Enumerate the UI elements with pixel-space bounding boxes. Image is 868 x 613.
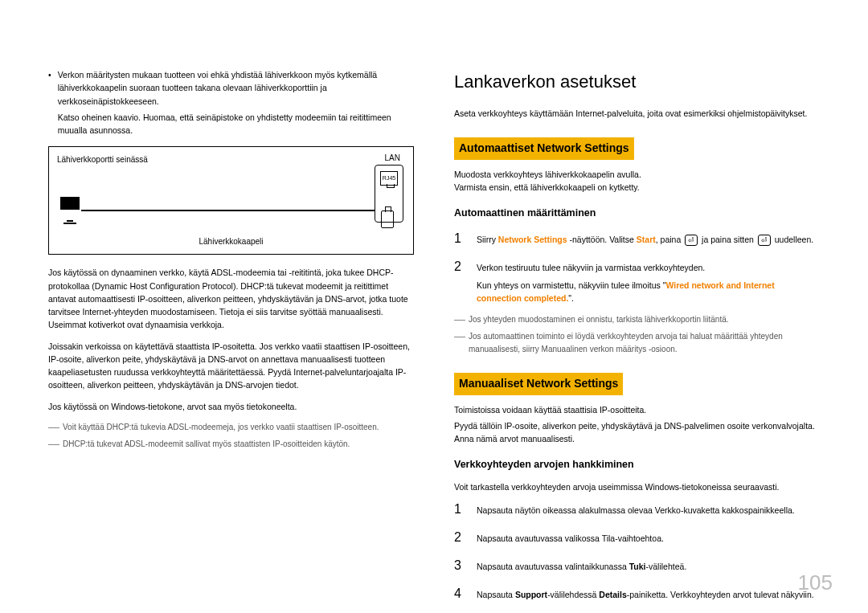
paragraph: Jos käytössä on Windows-tietokone, arvot… bbox=[48, 400, 414, 413]
paragraph: Muodosta verkkoyhteys lähiverkkokaapelin… bbox=[454, 168, 820, 181]
subheading: Verkkoyhteyden arvojen hankkiminen bbox=[454, 457, 820, 472]
cable-label: Lähiverkkokaapeli bbox=[199, 235, 263, 248]
paragraph: Pyydä tällöin IP-osoite, aliverkon peite… bbox=[454, 419, 820, 446]
page-title: Lankaverkon asetukset bbox=[454, 68, 820, 96]
numbered-step: 1 Siirry Network Settings -näyttöön. Val… bbox=[454, 229, 820, 249]
paragraph: Toimistoissa voidaan käyttää staattisia … bbox=[454, 403, 820, 416]
note-item: ― Jos yhteyden muodostaminen ei onnistu,… bbox=[454, 313, 820, 326]
step-body: Napsauta Support-välilehdessä Details-pa… bbox=[477, 588, 820, 601]
bullet-text: Verkon määritysten mukaan tuotteen voi e… bbox=[58, 68, 414, 108]
paragraph: Varmista ensin, että lähiverkkokaapeli o… bbox=[454, 181, 820, 194]
ui-term: Tuki bbox=[629, 562, 646, 571]
bullet-dot: • bbox=[48, 68, 51, 137]
dash-icon: ― bbox=[48, 421, 58, 434]
section-heading-manual: Manuaaliset Network Settings bbox=[454, 373, 623, 395]
step-number: 1 bbox=[454, 500, 465, 520]
left-column: • Verkon määritysten mukaan tuotteen voi… bbox=[48, 68, 414, 611]
step-number: 2 bbox=[454, 257, 465, 277]
page-number: 105 bbox=[798, 566, 833, 599]
step-body: Verkon testiruutu tulee näkyviin ja varm… bbox=[477, 261, 820, 305]
wall-port-icon bbox=[60, 197, 88, 218]
bullet-subtext: Katso oheinen kaavio. Huomaa, että seinä… bbox=[58, 111, 414, 137]
dash-icon: ― bbox=[454, 330, 464, 355]
numbered-step: 2 Napsauta avautuvassa valikossa Tila-va… bbox=[454, 528, 820, 548]
paragraph: Jos käytössä on dynaaminen verkko, käytä… bbox=[48, 266, 414, 331]
lan-label: LAN bbox=[385, 152, 400, 165]
enter-key-icon: ⏎ bbox=[685, 235, 698, 246]
step-number: 3 bbox=[454, 556, 465, 576]
rj45-port: RJ45 bbox=[380, 171, 398, 186]
step-body: Siirry Network Settings -näyttöön. Valit… bbox=[477, 233, 820, 246]
numbered-step: 2 Verkon testiruutu tulee näkyviin ja va… bbox=[454, 257, 820, 305]
cable-line bbox=[81, 210, 375, 211]
ui-term: Start bbox=[637, 235, 656, 244]
ui-term: Support bbox=[515, 590, 547, 599]
note-item: ― Voit käyttää DHCP:tä tukevia ADSL-mode… bbox=[48, 421, 414, 434]
note-item: ― Jos automaattinen toiminto ei löydä ve… bbox=[454, 330, 820, 355]
note-text: Voit käyttää DHCP:tä tukevia ADSL-modeem… bbox=[63, 421, 379, 434]
wall-port-label: Lähiverkkoportti seinässä bbox=[57, 153, 405, 166]
section-heading-auto: Automaattiset Network Settings bbox=[454, 137, 634, 160]
note-text: Jos yhteyden muodostaminen ei onnistu, t… bbox=[469, 313, 729, 326]
enter-key-icon: ⏎ bbox=[758, 235, 771, 246]
bullet-item: • Verkon määritysten mukaan tuotteen voi… bbox=[48, 68, 414, 137]
subheading: Automaattinen määrittäminen bbox=[454, 206, 820, 221]
dash-icon: ― bbox=[454, 313, 464, 326]
ui-term: Details bbox=[599, 590, 626, 599]
network-diagram: LAN Lähiverkkoportti seinässä RJ45 Lähiv… bbox=[48, 146, 414, 255]
paragraph: Voit tarkastella verkkoyhteyden arvoja u… bbox=[454, 480, 820, 493]
numbered-step: 4 Napsauta Support-välilehdessä Details-… bbox=[454, 584, 820, 604]
step-body: Napsauta avautuvassa valikossa Tila-vaih… bbox=[477, 532, 820, 545]
intro-text: Aseta verkkoyhteys käyttämään Internet-p… bbox=[454, 107, 820, 120]
numbered-step: 1 Napsauta näytön oikeassa alakulmassa o… bbox=[454, 500, 820, 520]
note-text: Jos automaattinen toiminto ei löydä verk… bbox=[469, 330, 820, 355]
cable-plug-icon bbox=[381, 210, 394, 228]
ui-term: Network Settings bbox=[498, 235, 567, 244]
step-number: 1 bbox=[454, 229, 465, 249]
right-column: Lankaverkon asetukset Aseta verkkoyhteys… bbox=[454, 68, 820, 611]
dash-icon: ― bbox=[48, 438, 58, 451]
step-number: 4 bbox=[454, 584, 465, 604]
numbered-step: 3 Napsauta avautuvassa valintaikkunassa … bbox=[454, 556, 820, 576]
step-body: Napsauta avautuvassa valintaikkunassa Tu… bbox=[477, 560, 820, 573]
paragraph: Joissakin verkoissa on käytettävä staatt… bbox=[48, 340, 414, 392]
note-text: DHCP:tä tukevat ADSL-modeemit sallivat m… bbox=[63, 438, 350, 451]
note-item: ― DHCP:tä tukevat ADSL-modeemit sallivat… bbox=[48, 438, 414, 451]
step-body: Napsauta näytön oikeassa alakulmassa ole… bbox=[477, 504, 820, 517]
step-number: 2 bbox=[454, 528, 465, 548]
